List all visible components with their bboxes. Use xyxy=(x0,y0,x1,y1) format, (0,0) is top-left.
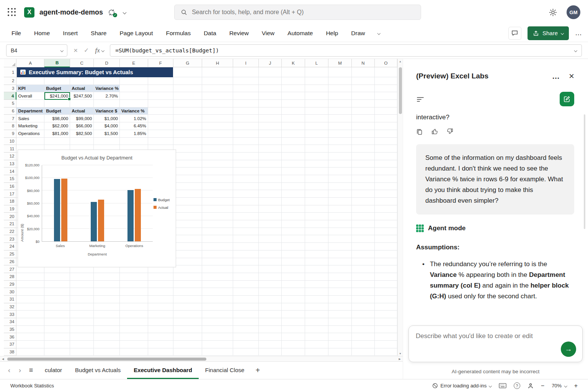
cell-D33[interactable] xyxy=(94,311,120,318)
cell-K7[interactable] xyxy=(282,115,305,122)
cell-K31[interactable] xyxy=(282,296,305,303)
cell-N38[interactable] xyxy=(352,348,375,356)
formula-bar-expand-icon[interactable] xyxy=(574,49,577,52)
row-header-13[interactable]: 13 xyxy=(4,160,16,168)
cell-L23[interactable] xyxy=(305,235,328,243)
cell-J38[interactable] xyxy=(259,348,282,356)
excel-logo-icon[interactable]: X xyxy=(24,7,34,18)
cell-J2[interactable] xyxy=(259,77,282,85)
cell-K10[interactable] xyxy=(282,138,305,145)
cell-C34[interactable] xyxy=(70,318,94,326)
cell-M2[interactable] xyxy=(328,77,352,85)
cell-K9[interactable] xyxy=(282,130,305,138)
cell-L6[interactable] xyxy=(305,107,328,115)
row-header-36[interactable]: 36 xyxy=(4,333,16,341)
cell-M16[interactable] xyxy=(328,183,352,190)
cell-A9[interactable]: Operations xyxy=(16,130,44,138)
row-header-19[interactable]: 19 xyxy=(4,205,16,213)
cell-B8[interactable]: $62,000 xyxy=(44,122,70,130)
row-header-7[interactable]: 7 xyxy=(4,115,16,122)
cell-F6[interactable] xyxy=(148,107,173,115)
cell-J26[interactable] xyxy=(259,258,282,266)
cell-B6[interactable]: Budget xyxy=(44,107,70,115)
cell-N6[interactable] xyxy=(352,107,375,115)
cell-B31[interactable] xyxy=(44,296,70,303)
cell-L3[interactable] xyxy=(305,85,328,93)
column-header-I[interactable]: I xyxy=(233,59,259,67)
cell-N31[interactable] xyxy=(352,296,375,303)
row-header-16[interactable]: 16 xyxy=(4,183,16,190)
cell-J12[interactable] xyxy=(259,153,282,160)
cell-I17[interactable] xyxy=(233,190,259,198)
cell-N27[interactable] xyxy=(352,265,375,273)
cell-J11[interactable] xyxy=(259,145,282,153)
cell-N5[interactable] xyxy=(352,100,375,107)
cell-I6[interactable] xyxy=(233,107,259,115)
cell-M10[interactable] xyxy=(328,138,352,145)
cell-N14[interactable] xyxy=(352,168,375,175)
cell-O33[interactable] xyxy=(375,311,397,318)
row-header-23[interactable]: 23 xyxy=(4,235,16,243)
cell-I26[interactable] xyxy=(233,258,259,266)
cell-I36[interactable] xyxy=(233,333,259,341)
cell-M5[interactable] xyxy=(328,100,352,107)
cell-L26[interactable] xyxy=(305,258,328,266)
cell-A34[interactable] xyxy=(16,318,44,326)
cell-E31[interactable] xyxy=(120,296,148,303)
cell-M25[interactable] xyxy=(328,250,352,258)
cell-K33[interactable] xyxy=(282,311,305,318)
cell-N35[interactable] xyxy=(352,326,375,333)
cell-B33[interactable] xyxy=(44,311,70,318)
cell-L36[interactable] xyxy=(305,333,328,341)
cell-B35[interactable] xyxy=(44,326,70,333)
panel-scrollbar-thumb[interactable] xyxy=(584,114,585,229)
cell-H28[interactable] xyxy=(202,273,233,281)
cell-C38[interactable] xyxy=(70,348,94,356)
cell-D2[interactable] xyxy=(94,77,120,85)
cell-M14[interactable] xyxy=(328,168,352,175)
cell-O1[interactable] xyxy=(375,67,397,77)
cell-C28[interactable] xyxy=(70,273,94,281)
cell-J6[interactable] xyxy=(259,107,282,115)
sheet-tab-executive-dashboard[interactable]: Executive Dashboard xyxy=(127,362,199,379)
cell-C5[interactable] xyxy=(70,100,94,107)
cell-B37[interactable] xyxy=(44,341,70,348)
cell-H31[interactable] xyxy=(202,296,233,303)
cell-H37[interactable] xyxy=(202,341,233,348)
cell-H3[interactable] xyxy=(202,85,233,93)
cell-I7[interactable] xyxy=(233,115,259,122)
cell-G18[interactable] xyxy=(173,198,203,205)
cell-H30[interactable] xyxy=(202,288,233,296)
cell-M31[interactable] xyxy=(328,296,352,303)
cell-I31[interactable] xyxy=(233,296,259,303)
column-header-E[interactable]: E xyxy=(120,59,148,67)
cell-F30[interactable] xyxy=(148,288,173,296)
cell-D38[interactable] xyxy=(94,348,120,356)
cell-O15[interactable] xyxy=(375,175,397,183)
column-header-O[interactable]: O xyxy=(375,59,397,67)
row-header-1[interactable]: 1 xyxy=(4,67,17,77)
cell-H11[interactable] xyxy=(202,145,233,153)
cell-D37[interactable] xyxy=(94,341,120,348)
thumbs-down-icon[interactable] xyxy=(446,128,454,135)
cell-L21[interactable] xyxy=(305,220,328,228)
row-header-35[interactable]: 35 xyxy=(4,326,16,333)
cell-B4[interactable]: $241,000 xyxy=(44,92,70,100)
cell-I14[interactable] xyxy=(233,168,259,175)
zoom-in-button[interactable]: + xyxy=(574,382,578,389)
chat-input[interactable] xyxy=(416,332,553,340)
cell-N13[interactable] xyxy=(352,160,375,168)
row-header-4[interactable]: 4 xyxy=(4,92,16,100)
cell-O6[interactable] xyxy=(375,107,397,115)
cell-G17[interactable] xyxy=(173,190,203,198)
cell-K17[interactable] xyxy=(282,190,305,198)
cell-J30[interactable] xyxy=(259,288,282,296)
cell-L2[interactable] xyxy=(305,77,328,85)
cell-M1[interactable] xyxy=(328,67,352,77)
cell-A33[interactable] xyxy=(16,311,44,318)
cell-N20[interactable] xyxy=(352,213,375,220)
cell-G8[interactable] xyxy=(173,122,203,130)
cell-D7[interactable]: $1,000 xyxy=(94,115,120,122)
new-chat-button[interactable] xyxy=(560,92,574,106)
cell-H34[interactable] xyxy=(202,318,233,326)
